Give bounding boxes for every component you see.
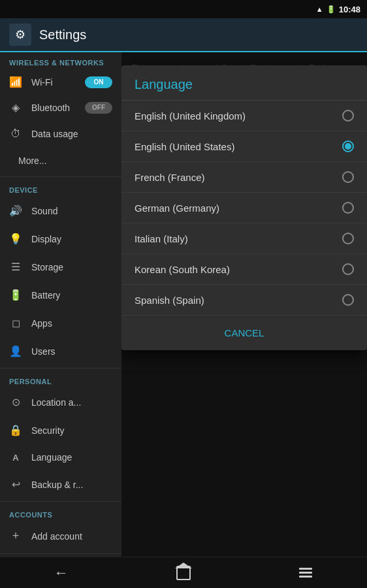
bluetooth-toggle[interactable]: OFF bbox=[85, 102, 112, 114]
language-icon: A bbox=[9, 453, 22, 463]
sidebar-item-label-sound: Sound bbox=[31, 206, 57, 216]
sidebar-item-storage[interactable]: ☰ Storage bbox=[0, 253, 121, 281]
location-icon: ⊙ bbox=[9, 396, 22, 408]
modal-option-it-it[interactable]: Italian (Italy) bbox=[121, 223, 367, 254]
sidebar-item-label-battery: Battery bbox=[31, 290, 60, 301]
sidebar-item-more[interactable]: More... bbox=[0, 148, 121, 174]
top-bar: ⚙ Settings bbox=[0, 18, 367, 52]
back-icon: ← bbox=[54, 564, 69, 581]
radio-ko-kr[interactable] bbox=[342, 263, 354, 275]
modal-overlay: Language English (United Kingdom) Englis… bbox=[121, 52, 367, 557]
app-icon: ⚙ bbox=[9, 24, 31, 46]
radio-es-es[interactable] bbox=[342, 294, 354, 306]
modal-option-es-es[interactable]: Spanish (Spain) bbox=[121, 285, 367, 316]
sidebar-item-data-usage[interactable]: ⏱ Data usage bbox=[0, 120, 121, 148]
recent-button[interactable] bbox=[289, 561, 322, 585]
radio-de-de[interactable] bbox=[342, 202, 354, 214]
home-button[interactable] bbox=[167, 561, 200, 585]
modal-option-label-de-de: German (Germany) bbox=[135, 203, 219, 214]
modal-option-en-us[interactable]: English (United States) bbox=[121, 131, 367, 162]
data-usage-icon: ⏱ bbox=[9, 128, 22, 140]
sidebar-item-label-storage: Storage bbox=[31, 262, 63, 272]
wifi-icon: 📶 bbox=[9, 76, 22, 88]
modal-option-label-it-it: Italian (Italy) bbox=[135, 233, 188, 244]
sidebar-item-apps[interactable]: ◻ Apps bbox=[0, 309, 121, 337]
section-header-device: DEVICE bbox=[0, 180, 121, 197]
sidebar-item-label-language: Language bbox=[31, 452, 72, 463]
modal-option-label-en-us: English (United States) bbox=[135, 141, 234, 152]
radio-en-gb[interactable] bbox=[342, 110, 354, 122]
modal-option-ko-kr[interactable]: Korean (South Korea) bbox=[121, 254, 367, 285]
sidebar: WIRELESS & NETWORKS 📶 Wi-Fi ON ◈ Bluetoo… bbox=[0, 52, 121, 557]
bluetooth-icon: ◈ bbox=[9, 101, 22, 114]
sidebar-item-wifi[interactable]: 📶 Wi-Fi ON bbox=[0, 69, 121, 95]
backup-icon: ↩ bbox=[9, 478, 22, 491]
sidebar-item-label-security: Security bbox=[31, 425, 65, 436]
modal-cancel-button[interactable]: Cancel bbox=[217, 325, 272, 341]
language-modal: Language English (United Kingdom) Englis… bbox=[121, 65, 367, 350]
divider-3 bbox=[0, 501, 121, 502]
modal-option-en-gb[interactable]: English (United Kingdom) bbox=[121, 101, 367, 131]
status-bar: ▲ 🔋 10:48 bbox=[0, 0, 367, 18]
add-account-icon: + bbox=[9, 529, 22, 543]
radio-fr-fr[interactable] bbox=[342, 171, 354, 183]
sidebar-item-label-more: More... bbox=[18, 155, 47, 166]
modal-title: Language bbox=[121, 65, 367, 101]
wifi-status-icon: ▲ bbox=[316, 5, 323, 13]
modal-option-fr-fr[interactable]: French (France) bbox=[121, 162, 367, 193]
home-icon bbox=[176, 566, 191, 580]
back-button[interactable]: ← bbox=[45, 561, 78, 585]
sidebar-item-users[interactable]: 👤 Users bbox=[0, 337, 121, 365]
sidebar-item-label-data-usage: Data usage bbox=[31, 129, 78, 139]
sidebar-item-add-account[interactable]: + Add account bbox=[0, 521, 121, 551]
battery-icon: 🔋 bbox=[9, 289, 22, 301]
battery-status-icon: 🔋 bbox=[327, 5, 336, 14]
sidebar-item-sound[interactable]: 🔊 Sound bbox=[0, 197, 121, 225]
wifi-toggle[interactable]: ON bbox=[85, 76, 112, 88]
sidebar-item-language[interactable]: A Language bbox=[0, 444, 121, 470]
sidebar-item-display[interactable]: 💡 Display bbox=[0, 225, 121, 253]
sidebar-item-bluetooth-left: ◈ Bluetooth bbox=[9, 101, 70, 114]
sidebar-item-location[interactable]: ⊙ Location a... bbox=[0, 388, 121, 416]
sidebar-item-wifi-left: 📶 Wi-Fi bbox=[9, 76, 53, 88]
modal-option-label-ko-kr: Korean (South Korea) bbox=[135, 264, 230, 275]
sidebar-item-label-users: Users bbox=[31, 346, 56, 357]
radio-en-us[interactable] bbox=[342, 140, 354, 152]
divider-2 bbox=[0, 368, 121, 368]
sidebar-item-label-bluetooth: Bluetooth bbox=[31, 103, 70, 113]
users-icon: 👤 bbox=[9, 345, 22, 357]
modal-option-label-fr-fr: French (France) bbox=[135, 172, 205, 183]
radio-it-it[interactable] bbox=[342, 233, 354, 244]
sidebar-item-battery[interactable]: 🔋 Battery bbox=[0, 281, 121, 309]
main-layout: WIRELESS & NETWORKS 📶 Wi-Fi ON ◈ Bluetoo… bbox=[0, 52, 367, 557]
status-time: 10:48 bbox=[339, 5, 360, 14]
sidebar-item-security[interactable]: 🔒 Security bbox=[0, 416, 121, 444]
security-icon: 🔒 bbox=[9, 424, 22, 436]
recent-icon bbox=[299, 568, 312, 578]
section-header-personal: PERSONAL bbox=[0, 371, 121, 388]
app-title: Settings bbox=[39, 27, 86, 42]
modal-option-label-es-es: Spanish (Spain) bbox=[135, 295, 204, 306]
bottom-nav: ← bbox=[0, 557, 367, 588]
sidebar-item-label-add-account: Add account bbox=[31, 531, 82, 542]
apps-icon: ◻ bbox=[9, 317, 22, 329]
modal-option-label-en-gb: English (United Kingdom) bbox=[135, 110, 246, 122]
sidebar-item-bluetooth[interactable]: ◈ Bluetooth OFF bbox=[0, 95, 121, 120]
section-header-wireless: WIRELESS & NETWORKS bbox=[0, 52, 121, 69]
storage-icon: ☰ bbox=[9, 261, 22, 273]
status-icons: ▲ 🔋 10:48 bbox=[316, 5, 360, 14]
sidebar-item-label-wifi: Wi-Fi bbox=[31, 77, 53, 88]
divider-1 bbox=[0, 176, 121, 177]
modal-cancel-row: Cancel bbox=[121, 316, 367, 350]
modal-option-de-de[interactable]: German (Germany) bbox=[121, 193, 367, 223]
content-area: Text-to-speech output | Google Text-to-s… bbox=[121, 52, 367, 557]
sidebar-item-label-location: Location a... bbox=[31, 397, 81, 408]
sidebar-item-backup[interactable]: ↩ Backup & r... bbox=[0, 470, 121, 498]
display-icon: 💡 bbox=[9, 233, 22, 245]
divider-4 bbox=[0, 553, 121, 554]
sidebar-item-label-display: Display bbox=[31, 234, 61, 244]
sound-icon: 🔊 bbox=[9, 204, 22, 217]
sidebar-item-label-backup: Backup & r... bbox=[31, 480, 83, 490]
sidebar-item-label-apps: Apps bbox=[31, 318, 52, 329]
section-header-accounts: ACCOUNTS bbox=[0, 504, 121, 521]
